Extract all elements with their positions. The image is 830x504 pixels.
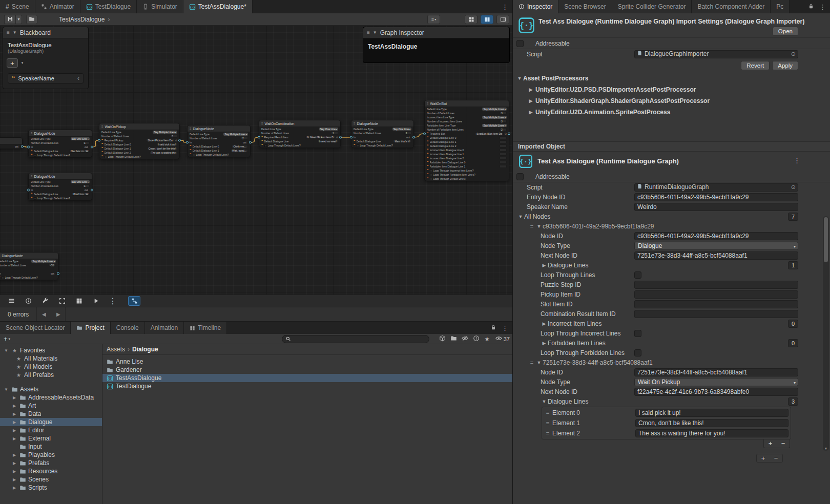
all-nodes-row[interactable]: ▼ All Nodes 7: [513, 212, 830, 221]
tools-icon[interactable]: [39, 296, 51, 306]
graph-inspector-panel[interactable]: ≡ ▼ Graph Inspector TestAssDialogue: [363, 27, 510, 63]
blackboard-header[interactable]: ≡ ▼ Blackboard: [3, 27, 88, 38]
checkbox[interactable]: [634, 330, 641, 337]
int-field[interactable]: 2: [500, 128, 507, 131]
output-port-icon[interactable]: [249, 141, 252, 144]
object-picker-icon[interactable]: ⊙: [791, 50, 796, 58]
array-size-field[interactable]: 3: [788, 397, 798, 406]
line-text-field[interactable]: Man, that's it!: [393, 140, 411, 143]
tab-inspector[interactable]: Inspector: [513, 0, 558, 13]
line-text-field[interactable]: Cmon, don't be like this!: [147, 147, 177, 150]
input-port-icon[interactable]: [258, 136, 260, 139]
input-port-icon[interactable]: [423, 133, 426, 135]
tree-folder-scripts[interactable]: ▶Scripts: [0, 484, 102, 492]
tree-folder-art[interactable]: ▶Art: [0, 402, 102, 410]
line-text-field[interactable]: Ohhh yes...: [232, 145, 248, 148]
checkbox[interactable]: [105, 156, 107, 158]
tree-folder-scenes[interactable]: ▶Scenes: [0, 475, 102, 484]
tab-scene-object-locator[interactable]: Scene Object Locator: [0, 322, 71, 334]
line-text-field[interactable]: [500, 157, 507, 160]
array-size-field[interactable]: 0: [788, 339, 798, 347]
node-group-header[interactable]: =▼c93b5606-401f-49a2-99b5-9ecbf1fa9c29: [513, 221, 830, 231]
object-field[interactable]: SeatSlot (Slot Item Da: [475, 132, 503, 135]
tree-folder-external[interactable]: ▶External: [0, 434, 102, 443]
int-field[interactable]: -55: [49, 264, 56, 267]
hidden-items-icon[interactable]: [462, 334, 468, 344]
input-port-icon[interactable]: [186, 141, 189, 144]
add-element-button[interactable]: +: [764, 439, 777, 448]
alert-icon[interactable]: [473, 334, 480, 344]
tab-console[interactable]: Console: [111, 322, 145, 334]
add-node-button[interactable]: +: [757, 454, 770, 462]
info-icon[interactable]: [22, 296, 34, 306]
tab-simulator[interactable]: Simulator: [137, 0, 183, 13]
int-field[interactable]: 3: [500, 112, 507, 115]
enum-dropdown[interactable]: Say Multiple Lines▾: [223, 133, 248, 136]
foldout-open-icon[interactable]: ▼: [535, 224, 543, 229]
text-field[interactable]: f22a475e-4c2f-41c6-9b73-6a83498abfe0: [634, 388, 798, 396]
input-port-icon[interactable]: [98, 139, 100, 142]
prev-error-button[interactable]: ◀: [37, 311, 51, 317]
lock-icon[interactable]: [808, 2, 814, 11]
remove-node-button[interactable]: −: [770, 454, 782, 462]
node-group-header[interactable]: =▼7251e73e-38d3-44ff-a8c5-bcf54088aaf1: [513, 358, 830, 367]
tab-timeline[interactable]: Timeline: [184, 322, 227, 334]
script-object-field[interactable]: RuntimeDialogueGraph ⊙: [634, 183, 798, 192]
save-dropdown-button[interactable]: ▾: [15, 15, 22, 24]
tree-item-all-prefabs[interactable]: ★All Prefabs: [0, 371, 102, 379]
tab-pc[interactable]: Pc: [771, 0, 790, 13]
speaker-name-field[interactable]: Weirdo: [634, 203, 798, 211]
checkbox[interactable]: [34, 197, 36, 200]
tree-folder-dialogue[interactable]: ▶Dialogue: [0, 418, 102, 426]
foldout-open-icon[interactable]: ▼: [3, 387, 9, 392]
revert-button[interactable]: Revert: [741, 61, 770, 70]
enum-dropdown[interactable]: Say One Line▾: [392, 128, 411, 131]
tab-testdialogue[interactable]: {·}TestDialogue: [80, 0, 137, 13]
tab-project[interactable]: Project: [71, 322, 110, 334]
graph-node-dialoguenode[interactable]: ≡DialogueNodeDefault Line TypeSay Multip…: [0, 252, 58, 280]
int-field[interactable]: 3: [500, 120, 507, 123]
element-value-field[interactable]: I said pick it up!: [635, 409, 789, 417]
output-port-icon[interactable]: [412, 136, 415, 139]
inspector-scrollbar[interactable]: ▼: [823, 216, 829, 451]
object-field[interactable]: Shoe (Pickup Item Da: [146, 139, 174, 142]
object-picker-icon[interactable]: ⊙: [175, 139, 177, 142]
tree-item-all-materials[interactable]: ★All Materials: [0, 354, 102, 363]
graph-toggle-icon[interactable]: [128, 296, 140, 306]
breadcrumb-current[interactable]: Dialogue: [132, 346, 158, 353]
line-text-field[interactable]: The ass is waiting the: [150, 151, 177, 154]
addressable-checkbox[interactable]: [516, 173, 524, 180]
collapse-icon[interactable]: ‹: [77, 75, 79, 82]
foldout-open-icon[interactable]: ▼: [3, 348, 9, 353]
output-port-icon[interactable]: [178, 139, 181, 142]
context-menu-icon[interactable]: ⋮: [794, 157, 800, 164]
graph-node-dialoguenode[interactable]: ≡DialogueNodeDefault Line TypeSay One Li…: [28, 173, 92, 201]
entry-node-field[interactable]: c93b5606-401f-49a2-99b5-9ecbf1fa9c29: [634, 193, 798, 201]
line-text-field[interactable]: [500, 149, 507, 152]
foldout-closed-icon[interactable]: ▶: [11, 436, 17, 441]
input-port-icon[interactable]: [350, 136, 352, 139]
input-port-icon[interactable]: [27, 146, 30, 149]
file-gardener[interactable]: Gardener: [102, 366, 512, 374]
array-size-field[interactable]: 1: [788, 261, 798, 269]
graph-node-dialoguenode[interactable]: ≡DialogueNodeDefault Line TypeSay Multip…: [187, 125, 251, 157]
file-anne-lise[interactable]: Anne Lise: [102, 358, 512, 366]
line-text-field[interactable]: I need my seat!: [318, 140, 338, 143]
panel-view-button[interactable]: [496, 15, 509, 24]
tree-folder-playables[interactable]: ▶Playables: [0, 451, 102, 459]
output-port-icon[interactable]: [339, 136, 342, 139]
frame-icon[interactable]: [56, 296, 68, 306]
postprocessor-row[interactable]: ▶UnityEditor.U2D.PSD.PSDImporterAssetPos…: [513, 84, 830, 95]
output-port-icon[interactable]: [57, 272, 59, 275]
pane-menu-icon[interactable]: ⋮: [502, 3, 508, 11]
tree-folder-prefabs[interactable]: ▶Prefabs: [0, 459, 102, 467]
addressable-checkbox[interactable]: [516, 40, 524, 47]
foldout-closed-icon[interactable]: ▶: [11, 453, 17, 457]
enum-dropdown[interactable]: Say Multiple Lines▾: [482, 116, 507, 119]
checkbox[interactable]: [634, 271, 641, 279]
fold-row-incorrect-item-lines[interactable]: ▶Incorrect Item Lines0: [513, 319, 830, 328]
sort-list-button[interactable]: ≡▾: [427, 15, 440, 24]
checkbox[interactable]: [430, 170, 432, 172]
drag-handle-icon[interactable]: =: [544, 410, 551, 416]
enum-dropdown[interactable]: Say Multiple Lines▾: [482, 108, 507, 111]
